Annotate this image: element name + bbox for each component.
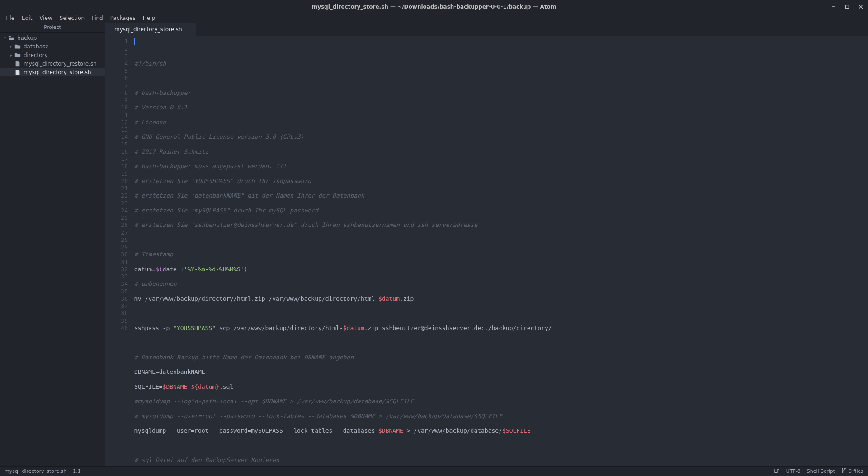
folder-icon [14, 52, 21, 58]
tab-label: mysql_directory_store.sh [114, 26, 182, 33]
wrap-guide [359, 36, 359, 466]
menu-help[interactable]: Help [139, 14, 159, 22]
line-number[interactable]: 29 [105, 244, 128, 251]
line-number[interactable]: 24 [105, 207, 128, 214]
line-number[interactable]: 13 [105, 126, 128, 133]
tree-label: backup [17, 35, 37, 41]
spacer [9, 70, 14, 75]
line-number[interactable]: 28 [105, 236, 128, 244]
menubar: File Edit View Selection Find Packages H… [0, 14, 868, 23]
line-number[interactable]: 36 [105, 295, 128, 302]
spacer [9, 61, 14, 66]
tabbar: mysql_directory_store.sh [105, 23, 868, 36]
line-number[interactable]: 5 [105, 67, 128, 75]
file-icon [14, 61, 21, 67]
status-encoding[interactable]: UTF-8 [786, 468, 801, 474]
folder-open-icon [8, 35, 14, 41]
tree-file-store[interactable]: mysql_directory_store.sh [0, 68, 105, 76]
file-icon [14, 69, 21, 75]
line-number[interactable]: 22 [105, 192, 128, 199]
status-git-label: 0 files [849, 468, 863, 474]
line-number[interactable]: 16 [105, 148, 128, 156]
line-number[interactable]: 1 [105, 38, 128, 45]
status-filename[interactable]: mysql_directory_store.sh [5, 468, 66, 474]
line-number[interactable]: 26 [105, 222, 128, 229]
editor[interactable]: 1234567891011121314151617181920212223242… [105, 36, 868, 466]
chevron-right-icon: ▸ [9, 44, 14, 49]
line-number[interactable]: 9 [105, 97, 128, 104]
code-content[interactable]: #!/bin/sh # bash-backupper # Version 0.0… [132, 36, 868, 466]
project-tree: ▾ backup ▸ database ▸ directory [0, 33, 105, 76]
folder-icon [14, 43, 21, 50]
status-line-ending[interactable]: LF [774, 468, 779, 474]
tree-label: database [24, 43, 49, 50]
line-number[interactable]: 2 [105, 45, 128, 52]
menu-file[interactable]: File [2, 14, 18, 22]
line-number[interactable]: 34 [105, 280, 128, 287]
line-number[interactable]: 8 [105, 90, 128, 97]
line-number[interactable]: 18 [105, 163, 128, 170]
maximize-button[interactable] [843, 2, 852, 11]
sidebar-title: Project [0, 23, 105, 33]
line-number[interactable]: 6 [105, 75, 128, 82]
titlebar: mysql_directory_store.sh — ~/Downloads/b… [0, 0, 868, 14]
menu-packages[interactable]: Packages [107, 14, 139, 22]
menu-view[interactable]: View [36, 14, 56, 22]
line-number[interactable]: 12 [105, 119, 128, 126]
tree-folder-database[interactable]: ▸ database [0, 42, 105, 51]
line-number[interactable]: 3 [105, 53, 128, 60]
close-button[interactable] [856, 2, 865, 11]
line-number[interactable]: 20 [105, 178, 128, 185]
line-number[interactable]: 31 [105, 259, 128, 266]
line-number[interactable]: 7 [105, 82, 128, 90]
line-number[interactable]: 27 [105, 229, 128, 236]
tree-folder-directory[interactable]: ▸ directory [0, 51, 105, 59]
line-number[interactable]: 19 [105, 170, 128, 178]
line-number[interactable]: 40 [105, 325, 128, 332]
menu-find[interactable]: Find [88, 14, 107, 22]
tab-file[interactable]: mysql_directory_store.sh [105, 23, 196, 36]
line-number[interactable]: 33 [105, 273, 128, 280]
line-number[interactable]: 32 [105, 266, 128, 273]
text-cursor [134, 38, 135, 45]
minimize-button[interactable] [829, 2, 838, 11]
status-cursor[interactable]: 1:1 [73, 468, 81, 474]
line-number[interactable]: 30 [105, 251, 128, 258]
line-number[interactable]: 15 [105, 141, 128, 148]
editor-area: mysql_directory_store.sh 123456789101112… [105, 23, 868, 466]
line-number[interactable]: 10 [105, 104, 128, 111]
tree-file-restore[interactable]: mysql_directory_restore.sh [0, 59, 105, 68]
line-number[interactable]: 39 [105, 317, 128, 325]
line-number[interactable]: 4 [105, 60, 128, 67]
line-number[interactable]: 38 [105, 310, 128, 317]
tree-label: mysql_directory_store.sh [24, 69, 91, 75]
tree-label: mysql_directory_restore.sh [24, 61, 97, 67]
tree-label: directory [24, 52, 48, 58]
git-branch-icon [841, 468, 847, 475]
window-title: mysql_directory_store.sh — ~/Downloads/b… [312, 4, 557, 10]
chevron-down-icon: ▾ [3, 36, 7, 40]
statusbar: mysql_directory_store.sh 1:1 LF UTF-8 Sh… [0, 466, 868, 476]
line-number[interactable]: 25 [105, 214, 128, 222]
main-area: Project ▾ backup ▸ database ▸ [0, 23, 868, 466]
line-number[interactable]: 23 [105, 200, 128, 207]
line-number[interactable]: 11 [105, 112, 128, 119]
line-number[interactable]: 21 [105, 185, 128, 192]
svg-rect-1 [846, 5, 849, 9]
line-number[interactable]: 35 [105, 288, 128, 295]
status-git[interactable]: 0 files [841, 468, 863, 475]
sidebar: Project ▾ backup ▸ database ▸ [0, 23, 105, 466]
window-controls [829, 0, 865, 14]
tree-root-folder[interactable]: ▾ backup [0, 33, 105, 42]
gutter: 1234567891011121314151617181920212223242… [105, 36, 132, 466]
line-number[interactable]: 37 [105, 302, 128, 310]
menu-selection[interactable]: Selection [56, 14, 88, 22]
line-number[interactable]: 14 [105, 133, 128, 141]
menu-edit[interactable]: Edit [18, 14, 36, 22]
status-grammar[interactable]: Shell Script [807, 468, 835, 474]
chevron-right-icon: ▸ [9, 53, 14, 57]
line-number[interactable]: 17 [105, 156, 128, 163]
